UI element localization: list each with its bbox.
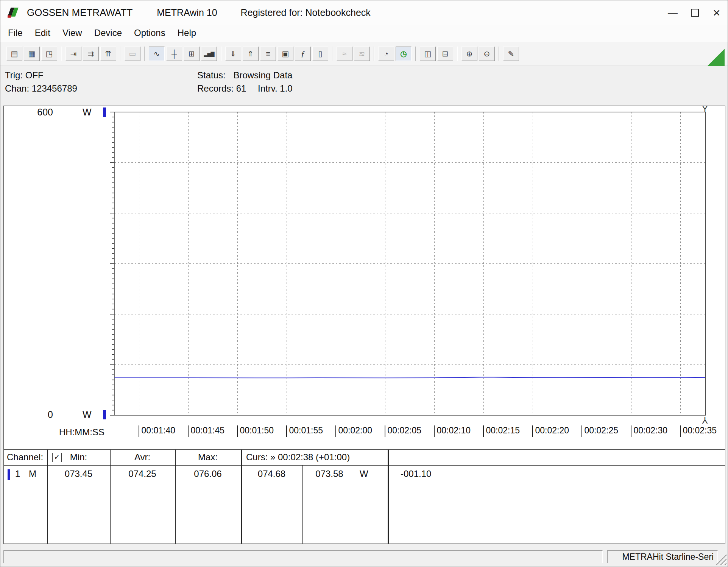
save-icon[interactable]: ▤ xyxy=(6,47,22,61)
channel-column-header: Channel: xyxy=(7,452,43,463)
column-divider xyxy=(241,450,242,544)
min-value: 073.45 xyxy=(47,469,110,479)
timer-icon[interactable]: ◷ xyxy=(396,47,412,61)
zoom-in-icon[interactable]: ⊕ xyxy=(461,47,477,61)
cursor-b-value: 073.58 xyxy=(307,469,352,479)
toolbar-separator xyxy=(374,47,374,61)
menu-help[interactable]: Help xyxy=(172,26,203,40)
crosshair-icon[interactable]: ┼ xyxy=(166,47,182,61)
toolbar-separator xyxy=(332,47,333,61)
cursor-column-header: Curs: » 00:02:38 (+01:00) xyxy=(246,452,350,463)
gauge-icon[interactable]: ◔ xyxy=(378,47,394,61)
keyboard-icon: ▭ xyxy=(129,50,136,58)
menu-edit[interactable]: Edit xyxy=(30,26,57,40)
channel-marker-bottom xyxy=(103,410,106,419)
cursor-unit: W xyxy=(360,469,368,479)
waveform-icon: ≈ xyxy=(343,50,347,58)
log-list-icon[interactable]: ≡ xyxy=(260,47,276,61)
function-icon: ƒ xyxy=(301,50,305,58)
window-controls: — × xyxy=(662,0,728,25)
status-value: Browsing Data xyxy=(233,70,292,80)
toolbar-separator xyxy=(457,47,458,61)
table-view-icon[interactable]: ⊞ xyxy=(184,47,200,61)
device-upload-icon[interactable]: ⇑ xyxy=(243,47,259,61)
maximize-button[interactable] xyxy=(684,0,706,25)
x-tick-label: 00:02:30 xyxy=(631,425,668,437)
connected-device-name: METRAHit Starline-Seri xyxy=(607,550,718,563)
envelope-icon: ≋ xyxy=(359,50,365,58)
crosshair-icon: ┼ xyxy=(171,50,177,58)
zoom-in-icon: ⊕ xyxy=(466,50,473,58)
toolbar-separator xyxy=(120,47,121,61)
table-view-icon: ⊞ xyxy=(189,50,195,58)
status-bar-message-area xyxy=(3,550,603,563)
function-icon[interactable]: ƒ xyxy=(295,47,311,61)
x-axis-format-label: HH:MM:SS xyxy=(59,427,104,438)
recording-status-info: Status: Browsing Data Records: 61 Intrv.… xyxy=(197,69,293,95)
live-monitor-icon[interactable]: ▣ xyxy=(277,47,293,61)
toolbar-separator xyxy=(221,47,221,61)
menu-device[interactable]: Device xyxy=(89,26,129,40)
channel-list: Chan: 123456789 xyxy=(5,82,77,95)
close-button[interactable]: × xyxy=(706,0,728,25)
power-chart-plot[interactable] xyxy=(4,106,725,449)
print-icon: ⊟ xyxy=(442,50,449,58)
trigger-channel-info: Trig: OFF Chan: 123456789 xyxy=(5,69,77,95)
chart-panel: 600 W 0 W HH:MM:SS 00:01:4000:01:4500:01… xyxy=(3,106,725,449)
x-tick-label: 00:02:25 xyxy=(581,425,619,437)
measurements-table: Channel: ✓ Min: Avr: Max: Curs: » 00:02:… xyxy=(3,449,725,544)
open-file-icon[interactable]: ◳ xyxy=(41,47,57,61)
toolbar-separator xyxy=(61,47,62,61)
menu-bar: FileEditViewDeviceOptionsHelp xyxy=(0,25,728,42)
save-as-icon[interactable]: ▦ xyxy=(24,47,40,61)
column-divider xyxy=(302,465,303,544)
status-info-panel: Trig: OFF Chan: 123456789 Status: Browsi… xyxy=(0,67,728,103)
x-tick-label: 00:01:45 xyxy=(188,425,225,437)
channel-number: 1 xyxy=(15,469,20,479)
histogram-icon[interactable]: ▂▅▇ xyxy=(201,47,217,61)
zoom-out-icon: ⊖ xyxy=(484,50,490,58)
export-data-icon[interactable]: ⇉ xyxy=(83,47,99,61)
maximize-icon xyxy=(691,9,699,17)
export-clipboard-icon[interactable]: ⇈ xyxy=(100,47,116,61)
column-divider xyxy=(388,450,389,544)
table-header-divider xyxy=(4,465,725,466)
save-as-icon: ▦ xyxy=(28,50,36,58)
device-upload-icon: ⇑ xyxy=(248,50,254,58)
export-clipboard-icon: ⇈ xyxy=(105,50,112,58)
toolbar-separator xyxy=(144,47,145,61)
column-divider xyxy=(110,450,111,544)
app-logo-icon xyxy=(6,6,21,19)
envelope-icon[interactable]: ≋ xyxy=(354,47,370,61)
keyboard-icon[interactable]: ▭ xyxy=(125,47,140,61)
annotation-icon[interactable]: ✎ xyxy=(503,47,519,61)
records-count: Records: 61 xyxy=(197,83,246,93)
waveform-icon[interactable]: ≈ xyxy=(337,47,352,61)
cursor-handle-top-icon[interactable]: Y xyxy=(702,104,708,114)
x-tick-label: 00:02:15 xyxy=(483,425,520,437)
device-download-icon: ⇓ xyxy=(230,50,237,58)
menu-view[interactable]: View xyxy=(57,26,89,40)
export-report-icon[interactable]: ⇥ xyxy=(65,47,81,61)
print-preview-icon[interactable]: ◫ xyxy=(420,47,436,61)
menu-file[interactable]: File xyxy=(3,26,30,40)
x-tick-label: 00:02:05 xyxy=(385,425,422,437)
channel-mode: M xyxy=(29,469,36,479)
chart-view-icon[interactable]: ∿ xyxy=(149,47,165,61)
save-icon: ▤ xyxy=(11,50,18,58)
minimize-button[interactable]: — xyxy=(662,0,684,25)
title-bar: GOSSEN METRAWATT METRAwin 10 Registered … xyxy=(0,0,728,25)
cursor-handle-bottom-icon[interactable]: Y xyxy=(702,415,708,425)
avr-value: 074.25 xyxy=(110,469,175,479)
device-memory-icon[interactable]: ▯ xyxy=(312,47,328,61)
column-divider xyxy=(47,450,48,544)
avr-column-header: Avr: xyxy=(110,452,175,463)
print-icon[interactable]: ⊟ xyxy=(437,47,453,61)
metrawin-window: GOSSEN METRAWATT METRAwin 10 Registered … xyxy=(0,0,728,567)
histogram-icon: ▂▅▇ xyxy=(204,51,214,56)
zoom-out-icon[interactable]: ⊖ xyxy=(479,47,495,61)
x-tick-label: 00:02:20 xyxy=(532,425,569,437)
menu-options[interactable]: Options xyxy=(129,26,172,40)
live-monitor-icon: ▣ xyxy=(282,50,289,58)
device-download-icon[interactable]: ⇓ xyxy=(225,47,241,61)
